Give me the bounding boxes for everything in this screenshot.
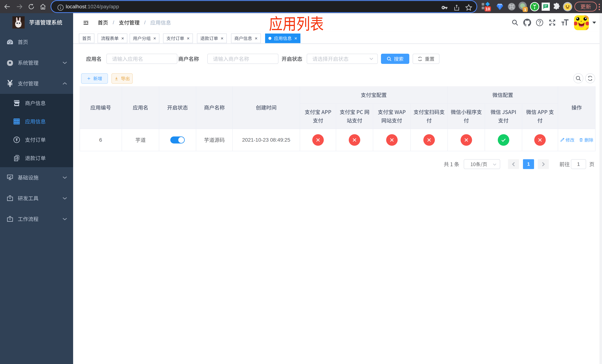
svg-text:1: 1 xyxy=(524,7,526,12)
svg-text:10: 10 xyxy=(485,7,490,11)
